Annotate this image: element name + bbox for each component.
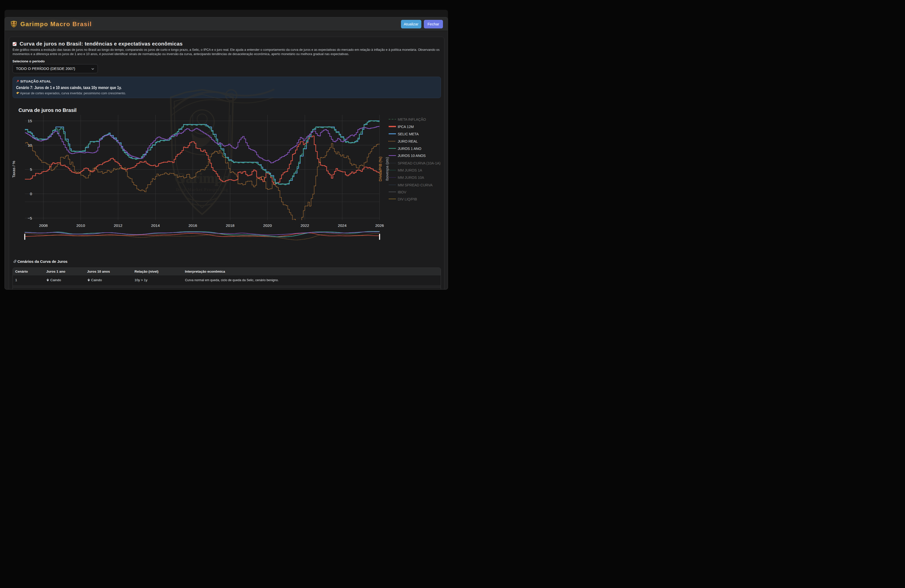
svg-text:2012: 2012 [114, 223, 122, 227]
svg-text:10: 10 [28, 143, 32, 147]
svg-text:SELIC META: SELIC META [398, 132, 419, 136]
svg-text:2014: 2014 [151, 223, 160, 227]
svg-text:JUROS 10 ANOS: JUROS 10 ANOS [398, 154, 426, 158]
svg-text:Ibovespa (pts): Ibovespa (pts) [385, 157, 389, 181]
svg-text:2018: 2018 [226, 223, 234, 227]
svg-text:2016: 2016 [189, 223, 197, 227]
svg-text:2010: 2010 [76, 223, 85, 227]
svg-text:5: 5 [30, 167, 32, 172]
svg-text:MM JUROS 10A: MM JUROS 10A [398, 176, 424, 180]
svg-text:DIV LIQ/PIB: DIV LIQ/PIB [398, 197, 417, 201]
svg-text:2022: 2022 [300, 223, 309, 227]
svg-text:2008: 2008 [39, 223, 48, 227]
svg-text:15: 15 [28, 119, 32, 123]
svg-text:JUROS 1 ANO: JUROS 1 ANO [398, 147, 421, 151]
svg-text:−5: −5 [28, 216, 32, 220]
svg-text:2026: 2026 [375, 223, 384, 227]
svg-text:2024: 2024 [338, 223, 347, 227]
svg-text:SPREAD CURVA (10A-1A): SPREAD CURVA (10A-1A) [398, 161, 440, 165]
svg-text:Taxas / %: Taxas / % [11, 161, 16, 178]
svg-text:MM JUROS 1A: MM JUROS 1A [398, 168, 422, 172]
svg-text:JURO REAL: JURO REAL [398, 139, 418, 143]
svg-text:Garimpo: Garimpo [12, 25, 16, 25]
svg-text:MM SPREAD CURVA: MM SPREAD CURVA [398, 183, 433, 187]
svg-text:0: 0 [30, 192, 32, 196]
svg-text:IBOV: IBOV [398, 190, 406, 194]
svg-text:Dívida/PIB (%): Dívida/PIB (%) [378, 157, 383, 181]
svg-text:2020: 2020 [263, 223, 272, 227]
svg-text:META INFLAÇÃO: META INFLAÇÃO [398, 118, 426, 121]
svg-text:IPCA 12M: IPCA 12M [398, 125, 414, 129]
